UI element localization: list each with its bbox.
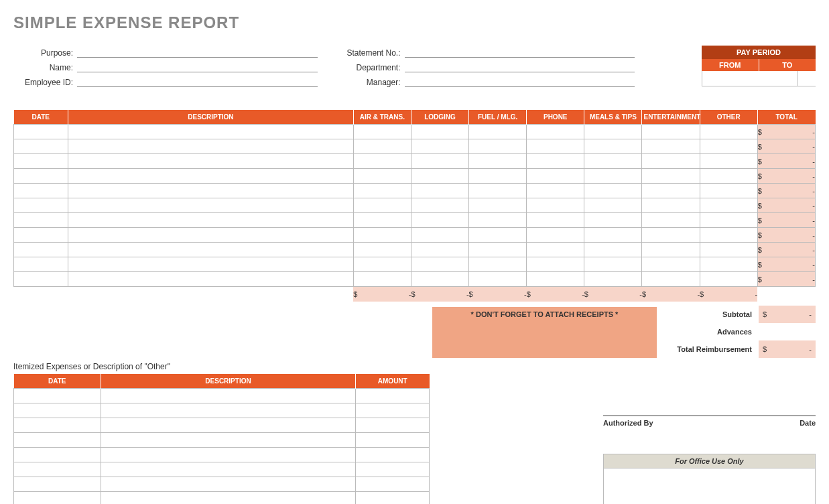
- expense-cell-input[interactable]: [469, 139, 526, 153]
- expense-cell-input[interactable]: [354, 139, 411, 153]
- expense-cell-input[interactable]: [14, 257, 68, 271]
- expense-cell-input[interactable]: [469, 213, 526, 227]
- expense-cell-input[interactable]: [527, 154, 584, 168]
- itemized-cell-input[interactable]: [356, 403, 429, 418]
- expense-cell-input[interactable]: [68, 139, 353, 153]
- expense-cell-input[interactable]: [14, 213, 68, 227]
- pay-period-to-input[interactable]: [798, 71, 829, 86]
- expense-cell-input[interactable]: [527, 213, 584, 227]
- name-input[interactable]: [77, 60, 318, 72]
- expense-cell-input[interactable]: [354, 169, 411, 183]
- itemized-cell-input[interactable]: [14, 477, 101, 491]
- pay-period-from-input[interactable]: [702, 71, 798, 86]
- expense-cell-input[interactable]: [469, 198, 526, 212]
- itemized-cell-input[interactable]: [101, 403, 355, 418]
- office-use-body[interactable]: [604, 468, 815, 505]
- expense-cell-input[interactable]: [584, 257, 641, 271]
- expense-cell-input[interactable]: [14, 198, 68, 212]
- expense-cell-input[interactable]: [411, 228, 468, 242]
- expense-cell-input[interactable]: [700, 154, 757, 168]
- expense-cell-input[interactable]: [700, 125, 757, 139]
- expense-cell-input[interactable]: [584, 213, 641, 227]
- itemized-cell-input[interactable]: [14, 492, 101, 505]
- expense-cell-input[interactable]: [469, 169, 526, 183]
- expense-cell-input[interactable]: [14, 243, 68, 257]
- expense-cell-input[interactable]: [354, 257, 411, 271]
- expense-cell-input[interactable]: [354, 154, 411, 168]
- expense-cell-input[interactable]: [14, 125, 68, 139]
- itemized-cell-input[interactable]: [101, 492, 355, 505]
- expense-cell-input[interactable]: [584, 243, 641, 257]
- expense-cell-input[interactable]: [14, 272, 68, 286]
- department-input[interactable]: [405, 60, 635, 72]
- expense-cell-input[interactable]: [584, 125, 641, 139]
- expense-cell-input[interactable]: [642, 257, 699, 271]
- expense-cell-input[interactable]: [584, 272, 641, 286]
- expense-cell-input[interactable]: [354, 213, 411, 227]
- itemized-cell-input[interactable]: [101, 389, 355, 403]
- statement-no-input[interactable]: [405, 46, 635, 58]
- itemized-cell-input[interactable]: [356, 433, 429, 447]
- expense-cell-input[interactable]: [68, 257, 353, 271]
- itemized-cell-input[interactable]: [101, 477, 355, 491]
- itemized-cell-input[interactable]: [14, 389, 101, 403]
- expense-cell-input[interactable]: [469, 272, 526, 286]
- expense-cell-input[interactable]: [354, 272, 411, 286]
- expense-cell-input[interactable]: [527, 169, 584, 183]
- expense-cell-input[interactable]: [14, 139, 68, 153]
- itemized-cell-input[interactable]: [101, 418, 355, 432]
- itemized-cell-input[interactable]: [356, 448, 429, 462]
- expense-cell-input[interactable]: [527, 198, 584, 212]
- expense-cell-input[interactable]: [354, 184, 411, 198]
- expense-cell-input[interactable]: [68, 169, 353, 183]
- expense-cell-input[interactable]: [68, 184, 353, 198]
- expense-cell-input[interactable]: [411, 272, 468, 286]
- expense-cell-input[interactable]: [469, 184, 526, 198]
- expense-cell-input[interactable]: [642, 243, 699, 257]
- itemized-cell-input[interactable]: [356, 492, 429, 505]
- expense-cell-input[interactable]: [527, 272, 584, 286]
- itemized-cell-input[interactable]: [14, 403, 101, 418]
- expense-cell-input[interactable]: [527, 184, 584, 198]
- expense-cell-input[interactable]: [469, 228, 526, 242]
- expense-cell-input[interactable]: [354, 125, 411, 139]
- expense-cell-input[interactable]: [642, 228, 699, 242]
- expense-cell-input[interactable]: [411, 198, 468, 212]
- expense-cell-input[interactable]: [14, 154, 68, 168]
- itemized-cell-input[interactable]: [356, 462, 429, 477]
- expense-cell-input[interactable]: [68, 243, 353, 257]
- expense-cell-input[interactable]: [642, 139, 699, 153]
- expense-cell-input[interactable]: [68, 272, 353, 286]
- expense-cell-input[interactable]: [411, 243, 468, 257]
- expense-cell-input[interactable]: [68, 228, 353, 242]
- expense-cell-input[interactable]: [584, 154, 641, 168]
- expense-cell-input[interactable]: [700, 184, 757, 198]
- itemized-cell-input[interactable]: [101, 448, 355, 462]
- expense-cell-input[interactable]: [584, 228, 641, 242]
- itemized-cell-input[interactable]: [356, 418, 429, 432]
- expense-cell-input[interactable]: [527, 243, 584, 257]
- expense-cell-input[interactable]: [469, 154, 526, 168]
- expense-cell-input[interactable]: [68, 213, 353, 227]
- expense-cell-input[interactable]: [411, 154, 468, 168]
- expense-cell-input[interactable]: [700, 243, 757, 257]
- expense-cell-input[interactable]: [527, 139, 584, 153]
- expense-cell-input[interactable]: [68, 125, 353, 139]
- expense-cell-input[interactable]: [700, 213, 757, 227]
- expense-cell-input[interactable]: [700, 272, 757, 286]
- expense-cell-input[interactable]: [584, 169, 641, 183]
- expense-cell-input[interactable]: [642, 213, 699, 227]
- itemized-cell-input[interactable]: [14, 433, 101, 447]
- expense-cell-input[interactable]: [68, 154, 353, 168]
- expense-cell-input[interactable]: [411, 139, 468, 153]
- expense-cell-input[interactable]: [584, 198, 641, 212]
- expense-cell-input[interactable]: [14, 228, 68, 242]
- expense-cell-input[interactable]: [527, 125, 584, 139]
- expense-cell-input[interactable]: [14, 184, 68, 198]
- purpose-input[interactable]: [77, 46, 318, 58]
- expense-cell-input[interactable]: [411, 184, 468, 198]
- itemized-cell-input[interactable]: [14, 418, 101, 432]
- itemized-cell-input[interactable]: [356, 477, 429, 491]
- expense-cell-input[interactable]: [642, 154, 699, 168]
- itemized-cell-input[interactable]: [101, 462, 355, 477]
